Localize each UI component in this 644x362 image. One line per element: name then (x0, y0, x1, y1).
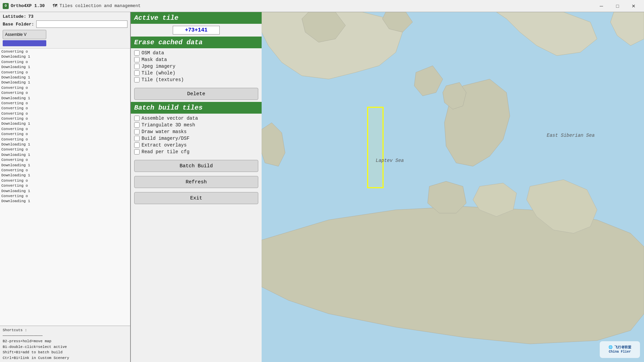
tile-whole-label: Tile (whole) (142, 70, 175, 76)
read-per-tile-label: Read per tile cfg (142, 149, 190, 155)
log-line: Downloading 1 (1, 199, 129, 204)
log-line: Downloading 1 (1, 142, 129, 147)
log-line: Converting o (1, 147, 129, 152)
tile-whole-checkbox[interactable] (134, 70, 140, 76)
erase-section-header: Erase cached data (131, 37, 262, 48)
build-imagery-checkbox[interactable] (134, 136, 140, 141)
jpeg-imagery-label: Jpeg imagery (142, 64, 175, 69)
log-line: Converting o (1, 194, 129, 199)
log-line: Downloading 1 (1, 121, 129, 126)
assemble-button[interactable]: Assemble V (3, 30, 46, 39)
active-tile-value: +73+141 (173, 26, 220, 35)
window-controls: ─ □ ✕ (594, 0, 641, 12)
latitude-label: Latitude: (3, 14, 26, 19)
batch-build-header: Batch build tiles (131, 102, 262, 114)
watermark: 🌐 飞行者联盟 China Flier (600, 341, 640, 358)
osm-data-label: OSM data (142, 50, 164, 56)
left-log-panel: Latitude: 73 Base Folder: Assemble V Con… (0, 12, 131, 362)
right-controls-panel: Active tile +73+141 Erase cached data OS… (131, 12, 262, 362)
log-line: Converting o (1, 137, 129, 142)
maximize-button[interactable]: □ (610, 0, 625, 12)
log-line: Downloading 1 (1, 173, 129, 178)
osm-data-row: OSM data (134, 50, 258, 56)
mask-data-checkbox[interactable] (134, 57, 140, 62)
title-bar: O Ortho4XP 1.30 🗺 Tiles collection and m… (0, 0, 644, 12)
svg-rect-1 (368, 107, 383, 188)
log-line: Converting o (1, 111, 129, 116)
shortcut-line3: B1-double-click=select active (3, 344, 127, 350)
log-output: Converting oDownloading 1Converting oDow… (0, 49, 130, 326)
assemble-vector-row: Assemble vector data (134, 116, 258, 121)
map-area[interactable]: Laptev Sea East Siberian Sea 🌐 飞行者联盟 Chi… (262, 12, 644, 362)
log-line: Downloading 1 (1, 75, 129, 80)
base-folder-label: Base Folder: (3, 22, 34, 27)
minimize-button[interactable]: ─ (594, 0, 609, 12)
assemble-vector-checkbox[interactable] (134, 116, 140, 121)
mask-data-row: Mask data (134, 57, 258, 62)
log-line: Downloading 1 (1, 96, 129, 101)
log-line: Converting o (1, 127, 129, 132)
shortcut-line5: Ctrl+B1=link in Custom Scenery (3, 355, 127, 361)
tile-textures-row: Tile (textures) (134, 77, 258, 82)
log-line: Converting o (1, 90, 129, 96)
shortcut-line4: Shift+B1=add to batch build (3, 350, 127, 355)
log-line: Converting o (1, 85, 129, 90)
window-title-area: 🗺 Tiles collection and management (53, 3, 141, 9)
tile-icon: 🗺 (53, 3, 57, 9)
shortcuts-title: Shortcuts : (3, 327, 127, 333)
exit-button[interactable]: Exit (134, 192, 258, 204)
jpeg-imagery-checkbox[interactable] (134, 64, 140, 69)
extract-overlays-label: Extract overlays (142, 142, 186, 148)
log-line: Downloading 1 (1, 54, 129, 59)
log-line: Converting o (1, 49, 129, 54)
top-controls: Latitude: 73 Base Folder: Assemble V (0, 12, 130, 49)
batch-build-section: Assemble vector data Triangulate 3D mesh… (131, 114, 262, 158)
read-per-tile-row: Read per tile cfg (134, 149, 258, 155)
triangulate-3d-label: Triangulate 3D mesh (142, 122, 195, 128)
log-line: Downloading 1 (1, 80, 129, 85)
shortcuts-area: Shortcuts : ────────────────── B2-press+… (0, 326, 130, 362)
log-line: Downloading 1 (1, 163, 129, 168)
app-title: O Ortho4XP 1.30 (3, 3, 45, 9)
build-imagery-row: Build imagery/DSF (134, 136, 258, 141)
delete-button[interactable]: Delete (134, 88, 258, 100)
draw-water-checkbox[interactable] (134, 129, 140, 134)
progress-bar (3, 40, 46, 46)
log-line: Downloading 1 (1, 153, 129, 158)
log-line: Converting o (1, 60, 129, 65)
jpeg-imagery-row: Jpeg imagery (134, 64, 258, 69)
app-icon: O (3, 3, 9, 9)
refresh-button[interactable]: Refresh (134, 176, 258, 188)
shortcut-line2: B2-press+hold=move map (3, 339, 127, 344)
map-svg (262, 12, 644, 362)
batch-build-button[interactable]: Batch Build (134, 160, 258, 172)
close-button[interactable]: ✕ (626, 0, 641, 12)
log-line: Converting o (1, 168, 129, 173)
triangulate-3d-row: Triangulate 3D mesh (134, 122, 258, 128)
log-line: Converting o (1, 158, 129, 163)
log-line: Converting o (1, 132, 129, 137)
log-line: Converting o (1, 106, 129, 111)
build-imagery-label: Build imagery/DSF (142, 136, 190, 141)
assemble-vector-label: Assemble vector data (142, 116, 198, 121)
active-tile-header: Active tile (131, 12, 262, 24)
tile-textures-checkbox[interactable] (134, 77, 140, 82)
erase-section: OSM data Mask data Jpeg imagery Tile (wh… (131, 48, 262, 86)
log-line: Converting o (1, 183, 129, 188)
draw-water-label: Draw water masks (142, 129, 186, 134)
read-per-tile-checkbox[interactable] (134, 149, 140, 155)
base-folder-input[interactable] (36, 20, 127, 28)
shortcuts-divider: ────────────────── (3, 333, 127, 339)
mask-data-label: Mask data (142, 57, 167, 62)
log-line: Converting o (1, 70, 129, 75)
tile-whole-row: Tile (whole) (134, 70, 258, 76)
osm-data-checkbox[interactable] (134, 50, 140, 56)
log-line: Downloading 1 (1, 189, 129, 194)
log-line: Downloading 1 (1, 65, 129, 70)
triangulate-3d-checkbox[interactable] (134, 122, 140, 128)
log-line: Converting o (1, 116, 129, 121)
log-line: Converting o (1, 178, 129, 183)
extract-overlays-checkbox[interactable] (134, 142, 140, 148)
extract-overlays-row: Extract overlays (134, 142, 258, 148)
draw-water-row: Draw water masks (134, 129, 258, 134)
